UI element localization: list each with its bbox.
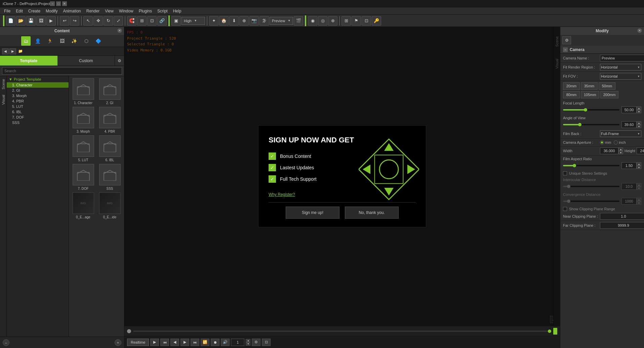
constraint-btn[interactable]: 🔗 xyxy=(157,16,167,26)
move-btn[interactable]: ✥ xyxy=(93,16,103,26)
save-btn[interactable]: 💾 xyxy=(26,16,36,26)
grid-item-pbr[interactable]: 4. PBR xyxy=(97,107,122,133)
new-btn[interactable]: 📄 xyxy=(6,16,15,26)
render-btn[interactable]: 🖼 xyxy=(36,16,46,26)
tree-item-character[interactable]: 1. Character xyxy=(7,82,69,88)
focal-50mm[interactable]: 50mm xyxy=(599,82,615,90)
frame-input[interactable] xyxy=(231,339,244,346)
far-clipping-input[interactable] xyxy=(600,222,644,229)
content-minus-btn[interactable]: – xyxy=(3,339,9,346)
key-btn[interactable]: 🔑 xyxy=(372,16,381,26)
flag-btn[interactable]: ⚑ xyxy=(352,16,361,26)
content-icon-3d[interactable]: 🔷 xyxy=(94,36,103,46)
maximize-btn[interactable]: □ xyxy=(56,1,61,6)
focal-up[interactable]: ▲ xyxy=(637,106,641,110)
tree-item-morph[interactable]: 3. Morph xyxy=(7,93,69,98)
width-input[interactable] xyxy=(600,147,618,154)
focal-down[interactable]: ▼ xyxy=(637,110,641,113)
focal-80mm[interactable]: 80mm xyxy=(563,91,580,98)
video-btn[interactable]: 🎬 xyxy=(294,16,303,26)
ibl-btn[interactable]: ◉ xyxy=(308,16,317,26)
grid-item-character[interactable]: 1. Character xyxy=(71,78,95,105)
aperture-inch-radio[interactable]: inch xyxy=(614,140,626,144)
tree-item-gi[interactable]: 2. GI xyxy=(7,88,69,93)
audio-btn[interactable]: 🔊 xyxy=(221,339,230,346)
minimize-btn[interactable]: – xyxy=(50,1,55,6)
close-btn[interactable]: ✕ xyxy=(62,1,67,6)
tab-template[interactable]: Template xyxy=(0,56,57,66)
show-clipping-checkbox[interactable] xyxy=(563,207,567,211)
menu-window[interactable]: Window xyxy=(116,7,136,15)
redo-btn[interactable]: ↪ xyxy=(70,16,79,26)
focal-20mm[interactable]: 20mm xyxy=(563,82,580,90)
fit-fov-select[interactable]: Horizontal xyxy=(600,73,641,80)
timeline-track[interactable] xyxy=(133,331,551,332)
grid-item-gi[interactable]: 2. GI xyxy=(97,78,122,105)
light-btn[interactable]: ✦ xyxy=(209,16,218,26)
aov-up[interactable]: ▲ xyxy=(637,121,641,125)
content-icon-image[interactable]: 🖼 xyxy=(57,36,67,46)
focal-length-track[interactable] xyxy=(563,109,619,111)
menu-render[interactable]: Render xyxy=(84,7,102,15)
tree-item-ibl[interactable]: 6. IBL xyxy=(7,109,69,115)
near-clipping-input[interactable] xyxy=(600,213,644,220)
aperture-mm-radio[interactable]: mm xyxy=(600,140,611,144)
menu-plugins[interactable]: Plugins xyxy=(136,7,155,15)
content-icon-material[interactable]: ⬡ xyxy=(82,36,91,46)
tree-item-lut[interactable]: 5. LUT xyxy=(7,104,69,109)
focal-105mm[interactable]: 105mm xyxy=(581,91,599,98)
timeline-start-handle[interactable] xyxy=(127,329,131,333)
menu-file[interactable]: File xyxy=(1,7,13,15)
modify-settings-icon[interactable]: ⚙ xyxy=(562,36,571,44)
content-icon-effect[interactable]: ✨ xyxy=(70,36,79,46)
quality-dropdown[interactable]: High xyxy=(182,17,205,25)
menu-animation[interactable]: Animation xyxy=(60,7,83,15)
signup-yes-btn[interactable]: Sign me up! xyxy=(286,207,339,219)
grid-item-morph[interactable]: 3. Morph xyxy=(71,107,95,133)
scale-btn[interactable]: ⤢ xyxy=(114,16,123,26)
prev-frame-btn[interactable]: ⏮ xyxy=(160,339,169,346)
undo-btn[interactable]: ↩ xyxy=(60,16,69,26)
film-aspect-track[interactable] xyxy=(563,165,619,166)
film-aspect-up[interactable]: ▲ xyxy=(637,162,641,166)
camera-name-input[interactable] xyxy=(600,55,644,61)
post-btn[interactable]: ⊕ xyxy=(239,16,249,26)
tab-custom[interactable]: Custom xyxy=(57,56,115,66)
frame-down-btn[interactable]: ▼ xyxy=(246,342,250,346)
focal-35mm[interactable]: 35mm xyxy=(581,82,598,90)
viewport-canvas[interactable]: FPS : 0 Project Triangle : 520 Selected … xyxy=(124,27,560,326)
preview-dropdown[interactable]: Preview xyxy=(270,17,293,25)
step-back-btn[interactable]: ◀ xyxy=(170,339,179,346)
select-btn[interactable]: ↖ xyxy=(83,16,93,26)
fit-render-select[interactable]: Horizontal xyxy=(600,64,641,71)
settings-btn[interactable]: ⚙ xyxy=(252,339,260,346)
aov-handle[interactable] xyxy=(578,123,581,126)
tab-options-btn[interactable]: ⚙ xyxy=(115,56,124,66)
fog-btn[interactable]: 🌫 xyxy=(259,16,269,26)
width-down[interactable]: ▼ xyxy=(618,151,623,154)
frame-up-btn[interactable]: ▲ xyxy=(246,339,250,342)
focal-length-handle[interactable] xyxy=(584,108,587,112)
signup-no-btn[interactable]: No, thank you. xyxy=(345,207,399,219)
group-btn[interactable]: ⊡ xyxy=(147,16,157,26)
grid-item-ibl[interactable]: 6. IBL xyxy=(97,135,122,162)
menu-help[interactable]: Help xyxy=(170,7,184,15)
record-anim-btn[interactable]: ⏺ xyxy=(211,339,219,346)
breadcrumb-back-btn[interactable]: ◀ xyxy=(2,48,9,54)
grid-item-dof[interactable]: 7. DOF xyxy=(71,164,95,190)
menu-modify[interactable]: Modify xyxy=(43,7,60,15)
record-btn[interactable]: ▶ xyxy=(46,16,56,26)
aov-down[interactable]: ▼ xyxy=(637,125,641,128)
focal-200mm[interactable]: 200mm xyxy=(600,91,619,98)
search-input[interactable] xyxy=(2,67,122,75)
film-aspect-handle[interactable] xyxy=(573,164,576,167)
tree-item-sss[interactable]: SSS xyxy=(7,120,69,125)
shadow-btn[interactable]: ◎ xyxy=(318,16,327,26)
grid-item-image1[interactable]: IMG 0_E...age xyxy=(71,192,95,219)
step-fwd-btn[interactable]: ▶ xyxy=(180,339,189,346)
realtime-btn[interactable]: Realtime xyxy=(127,339,149,346)
tree-group-project-template[interactable]: ▼ Project Template xyxy=(7,76,69,82)
sky-btn[interactable]: 🏠 xyxy=(219,16,229,26)
aov-track[interactable] xyxy=(563,124,619,125)
titlebar-controls[interactable]: – □ ✕ xyxy=(50,1,67,6)
